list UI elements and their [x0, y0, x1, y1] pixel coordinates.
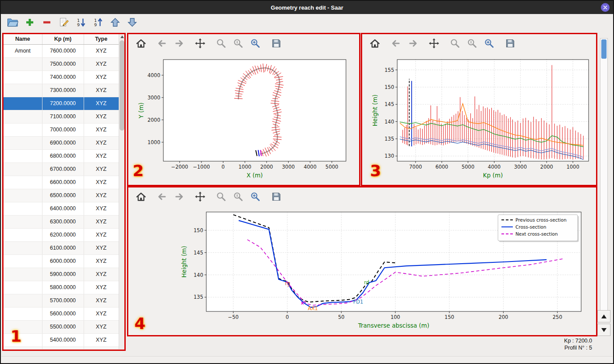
svg-text:−2000: −2000 — [171, 164, 188, 170]
svg-text:9: 9 — [77, 22, 80, 27]
table-row[interactable]: 5500.0000XYZ — [4, 320, 119, 333]
table-row[interactable]: 6700.0000XYZ — [4, 163, 119, 176]
svg-text:140: 140 — [194, 272, 203, 278]
table-row[interactable]: 6200.0000XYZ — [4, 228, 119, 241]
table-row[interactable]: 6300.0000XYZ — [4, 215, 119, 228]
save-button[interactable] — [271, 191, 282, 202]
svg-text:1000: 1000 — [566, 164, 579, 170]
svg-text:140: 140 — [385, 119, 394, 125]
col-header-type[interactable]: Type — [84, 34, 119, 44]
titlebar[interactable]: Geometry reach edit - Saar — [1, 1, 613, 14]
table-row[interactable]: 6900.0000XYZ — [4, 136, 119, 149]
pan-button[interactable] — [428, 38, 440, 49]
zoom-initial-button[interactable] — [466, 38, 478, 49]
back-button[interactable] — [390, 38, 402, 49]
col-header-kp[interactable]: Kp (m) — [42, 34, 84, 44]
svg-text:rd: rd — [364, 279, 369, 286]
svg-text:Transverse abscissa (m): Transverse abscissa (m) — [358, 322, 430, 329]
zoom-button[interactable] — [215, 191, 227, 202]
pan-icon — [194, 38, 206, 49]
open-button[interactable] — [7, 17, 18, 28]
zoom-rect-button[interactable] — [250, 38, 261, 49]
col-header-name[interactable]: Name — [4, 34, 42, 44]
save-icon — [271, 38, 282, 49]
home-button[interactable] — [135, 191, 147, 202]
table-row[interactable]: 7400.0000XYZ — [4, 71, 119, 84]
pan-button[interactable] — [194, 38, 206, 49]
sort-ascending-button[interactable]: 1 9 — [75, 17, 87, 28]
move-up-button[interactable] — [109, 17, 121, 28]
svg-text:Height (m): Height (m) — [371, 95, 378, 127]
table-row[interactable]: 7200.0000XYZ — [4, 97, 119, 110]
table-row[interactable]: 7000.0000XYZ — [4, 123, 119, 136]
zoom-rect-button[interactable] — [250, 191, 261, 202]
svg-text:135: 135 — [385, 136, 394, 142]
table-row[interactable]: 7300.0000XYZ — [4, 84, 119, 97]
zoom-rect-button[interactable] — [483, 38, 495, 49]
forward-button[interactable] — [173, 191, 185, 202]
svg-text:2000: 2000 — [260, 164, 273, 170]
table-scrollbar[interactable] — [119, 34, 125, 349]
table-row[interactable]: Amont7600.0000XYZ — [4, 44, 119, 57]
bottom-bar — [1, 356, 613, 363]
svg-text:Y (m): Y (m) — [138, 102, 145, 119]
forward-button[interactable] — [407, 38, 419, 49]
app-window: Geometry reach edit - Saar — [0, 0, 614, 364]
svg-text:0: 0 — [222, 164, 225, 170]
plot-toolbar — [128, 34, 359, 53]
home-button[interactable] — [369, 38, 381, 49]
profile-chart[interactable]: 7000600050004000300020001000130135140145… — [362, 53, 596, 184]
table-row[interactable]: 6100.0000XYZ — [4, 241, 119, 254]
save-button[interactable] — [271, 38, 282, 49]
vertical-scrollbar-thumb[interactable] — [601, 39, 607, 59]
table-scrollbar-thumb[interactable] — [120, 40, 124, 131]
table-row[interactable]: 7500.0000XYZ — [4, 57, 119, 71]
save-button[interactable] — [505, 38, 516, 49]
plan-view-chart[interactable]: −2000−1000010002000300040005000100020003… — [128, 53, 359, 184]
zoom-button[interactable] — [449, 38, 461, 49]
back-icon — [156, 38, 168, 49]
table-row[interactable]: 6800.0000XYZ — [4, 149, 119, 163]
svg-text:AX1: AX1 — [308, 305, 318, 311]
zoom-initial-button[interactable] — [233, 38, 244, 49]
svg-text:145: 145 — [194, 250, 203, 256]
table-row[interactable]: 5600.0000XYZ — [4, 307, 119, 320]
table-row[interactable]: 5400.0000XYZ — [4, 333, 119, 346]
close-button[interactable] — [601, 3, 610, 12]
cross-section-chart[interactable]: xrgrdAX1FD1−5005010015020025013514014515… — [128, 206, 596, 334]
table-row[interactable]: 5900.0000XYZ — [4, 268, 119, 281]
move-down-button[interactable] — [127, 17, 138, 28]
window-title: Geometry reach edit - Saar — [271, 4, 343, 11]
svg-text:Next cross-section: Next cross-section — [515, 231, 558, 237]
table-row[interactable]: 5700.0000XYZ — [4, 294, 119, 307]
pan-button[interactable] — [194, 191, 206, 202]
svg-text:−1000: −1000 — [193, 164, 210, 170]
edit-icon — [59, 17, 69, 28]
status-kp: Kp : 7200.0 — [564, 338, 592, 345]
svg-text:135: 135 — [194, 294, 203, 300]
add-row-button[interactable] — [24, 17, 35, 28]
zoom-button[interactable] — [215, 38, 227, 49]
vertical-scrollbar[interactable] — [600, 38, 608, 312]
back-button[interactable] — [156, 38, 168, 49]
table-row[interactable]: 6400.0000XYZ — [4, 202, 119, 215]
zoom-initial-button[interactable] — [233, 191, 244, 202]
profile-down-button[interactable] — [597, 324, 610, 336]
triangle-up-icon — [601, 315, 607, 318]
back-button[interactable] — [156, 191, 168, 202]
table-row[interactable]: 7100.0000XYZ — [4, 110, 119, 123]
table-row[interactable]: 5300.0000XYZ — [4, 346, 119, 349]
remove-row-button[interactable] — [41, 17, 53, 28]
table-row[interactable]: 6000.0000XYZ — [4, 254, 119, 268]
edit-row-button[interactable] — [58, 17, 70, 28]
svg-text:150: 150 — [385, 84, 394, 90]
table-row[interactable]: 5800.0000XYZ — [4, 281, 119, 294]
scroll-up-icon[interactable] — [120, 35, 124, 38]
profile-up-button[interactable] — [597, 310, 610, 322]
table-row[interactable]: 6600.0000XYZ — [4, 176, 119, 189]
home-button[interactable] — [135, 38, 147, 49]
sort-descending-button[interactable]: 1 9 — [92, 17, 104, 28]
table-row[interactable]: 6500.0000XYZ — [4, 189, 119, 202]
svg-text:250: 250 — [553, 314, 562, 320]
forward-button[interactable] — [173, 38, 185, 49]
